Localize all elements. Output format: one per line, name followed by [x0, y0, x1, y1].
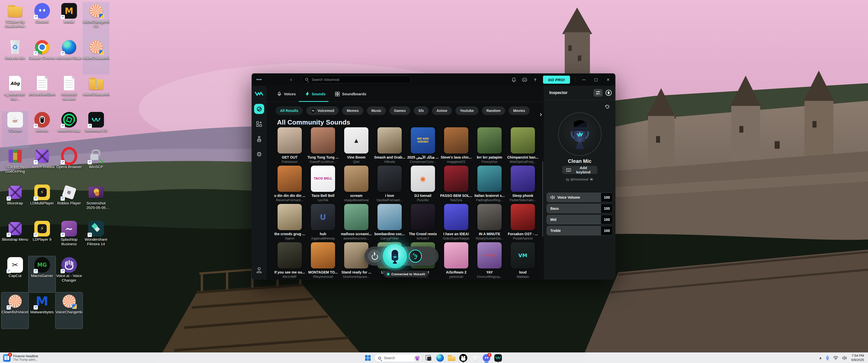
sound-tile[interactable]: Chimpanzini ban... WahOpticalFreq... [506, 127, 539, 166]
desktop-icon[interactable]: ~ Splashtop Business [56, 220, 83, 256]
volume-icon[interactable] [842, 356, 847, 360]
sound-tile[interactable]: I have an IDEA! GokuSuperSaiyan [439, 204, 473, 242]
sound-thumbnail[interactable] [311, 127, 335, 154]
desktop-icon[interactable]: Voice.ai - Voice Changer [56, 256, 83, 292]
start-button[interactable] [363, 353, 373, 363]
desktop-icon[interactable]: ↘ WinSCP [83, 147, 110, 184]
desktop-icon[interactable]: VoiceChanger64(... [56, 292, 83, 329]
sound-tile[interactable]: u din din din din ... ReverseFormant... [273, 166, 306, 204]
sidebar-item-settings[interactable]: ⚙ [254, 149, 264, 159]
filter-chip[interactable]: Movies [509, 106, 530, 115]
sound-tile[interactable]: WE'ARE HIRING 2025 هنالك الأبيض ... Cond… [406, 127, 439, 166]
voice-slider[interactable]: Voice Volume 100 [547, 193, 613, 202]
sound-thumbnail[interactable] [278, 204, 302, 230]
sound-tile[interactable]: Smash and Grab... 04koda [373, 127, 406, 166]
wifi-icon[interactable] [833, 356, 838, 360]
desktop-icon[interactable]: ⚡ LDMultiPlayer [29, 184, 56, 220]
sound-tile[interactable]: the croods grug ... Xgenn [273, 204, 306, 242]
sound-thumbnail[interactable]: VM [511, 242, 535, 268]
sound-thumbnail[interactable] [511, 204, 535, 230]
sound-thumbnail[interactable]: TACO BELL [311, 166, 335, 192]
filter-chip[interactable]: All Results [276, 106, 303, 115]
go-pro-button[interactable]: GO PRO! [543, 76, 570, 84]
sound-tile[interactable]: Steve's lava chic... megapixel21 [439, 127, 473, 166]
sound-thumbnail[interactable]: WE'ARE HIRING [411, 127, 435, 154]
desktop-icon[interactable]: VoiceChanger64(... (1) [83, 2, 110, 38]
taskbar-search[interactable]: Search [374, 354, 422, 362]
sound-thumbnail[interactable] [377, 166, 402, 192]
sound-tile[interactable]: Sleep phonk FlutterSidechain... [506, 166, 539, 204]
desktop-icon[interactable]: Google Chrome [29, 38, 56, 75]
sound-thumbnail[interactable] [278, 166, 302, 192]
sound-thumbnail[interactable] [477, 204, 502, 230]
desktop-icon[interactable]: microsoft support [56, 75, 83, 111]
tab[interactable]: Soundboards [335, 92, 366, 100]
sound-thumbnail[interactable] [377, 204, 402, 230]
desktop-icon[interactable]: Bloxstrap Menu [1, 220, 29, 256]
sound-tile[interactable]: PASSO BEM SOL... NotZora [439, 166, 473, 204]
widgets-button[interactable]: 1 Finance headline The Trump admi... [0, 354, 76, 362]
sidebar-item-account[interactable] [254, 265, 264, 275]
notifications-bell-icon[interactable] [511, 77, 517, 82]
sound-thumbnail[interactable]: U [311, 204, 335, 230]
microphone-tray-icon[interactable] [826, 356, 829, 360]
window-menu-icon[interactable]: ••• [256, 77, 264, 82]
voice-slider[interactable]: Mid 100 [547, 215, 613, 224]
desktop-icon[interactable]: Launch Roblox [29, 147, 56, 184]
desktop-icon[interactable]: Keyran [29, 111, 56, 147]
sound-thumbnail[interactable] [411, 204, 435, 230]
desktop-icon[interactable]: ✂ CapCut [1, 256, 29, 292]
taskbar-icon[interactable] [493, 353, 503, 363]
sound-tile[interactable]: brr brr patapim FrexzyHun [473, 127, 506, 166]
taskbar-icon[interactable] [446, 353, 457, 363]
sound-tile[interactable]: The Crood remix ItzXotic7 [406, 204, 439, 242]
hear-myself-button[interactable] [409, 250, 422, 263]
sound-tile[interactable]: GET OUT Polistasiun [273, 127, 306, 166]
sound-thumbnail[interactable] [511, 127, 535, 154]
add-keybind-button[interactable]: Add keybind [562, 166, 597, 174]
taskbar-icon[interactable] [424, 353, 434, 363]
sound-tile[interactable]: If you see me ou... We1rdMF [273, 242, 306, 279]
clock[interactable]: 7:54 PM 5/9/2025 [851, 354, 864, 362]
tab[interactable]: Sounds [305, 92, 326, 100]
maximize-button[interactable]: □ [592, 77, 599, 82]
sound-tile[interactable]: mafioso screami... awwwthescrunc... [340, 204, 373, 242]
filter-chip[interactable]: Games [389, 106, 410, 115]
desktop-icon[interactable]: M Medal [56, 2, 83, 38]
sound-tile[interactable]: TACO BELL Taco Bell Bell LysiTek [306, 166, 340, 204]
taskbar-icon[interactable] [435, 353, 445, 363]
inspector-record-toggle[interactable] [606, 90, 612, 96]
desktop-icon[interactable]: jeff.carlisle@secu... [29, 75, 56, 111]
filter-chip[interactable]: Music [367, 106, 386, 115]
sound-tile[interactable]: i love DecibelFormant... [373, 166, 406, 204]
sound-tile[interactable]: U huh Aggiesalltheway [306, 204, 340, 242]
filter-chip[interactable]: Anime [432, 106, 452, 115]
sound-thumbnail[interactable] [344, 166, 368, 192]
sidebar-item-voicelab[interactable] [254, 134, 264, 144]
sound-thumbnail[interactable] [444, 204, 468, 230]
sound-thumbnail[interactable] [477, 127, 502, 154]
sound-tile[interactable]: Fun facts YAY ChorusWingssy... [473, 242, 506, 279]
taskbar-icon[interactable]: 9 [482, 353, 492, 363]
sound-tile[interactable]: scream shaquilleoatmeal [340, 166, 373, 204]
tray-expand-icon[interactable]: ∧ [819, 356, 822, 360]
sound-thumbnail[interactable] [311, 242, 335, 268]
sound-thumbnail[interactable] [444, 242, 468, 268]
sound-tile[interactable]: Tung Tung Tung ... GatedFuzzMinor... [306, 127, 340, 166]
taskbar-icon[interactable] [470, 353, 480, 363]
search-input[interactable] [302, 76, 411, 84]
desktop-icon[interactable]: VoiceChanger64f(... [83, 38, 110, 75]
voice-slider[interactable]: Bass 100 [547, 204, 613, 213]
discord-icon[interactable] [522, 77, 527, 82]
desktop-icon[interactable]: Microsoft Edge [56, 38, 83, 75]
voice-slider[interactable]: Treble 100 [547, 226, 613, 235]
sound-thumbnail[interactable]: ◉ [411, 166, 435, 192]
filter-chip[interactable]: Youtube [456, 106, 478, 115]
sound-thumbnail[interactable] [444, 166, 468, 192]
tab[interactable]: Voices [277, 92, 296, 100]
filter-chip[interactable]: Sfx [414, 106, 429, 115]
sound-tile[interactable]: AiScReam 2 yamosuki [439, 242, 473, 279]
sound-tile[interactable]: ▲ Vine Boom Qiwi [340, 127, 373, 166]
sound-tile[interactable]: Forsaken OST - ... PurpleApricot [506, 204, 539, 242]
sidebar-item-voicebox[interactable] [254, 104, 264, 114]
